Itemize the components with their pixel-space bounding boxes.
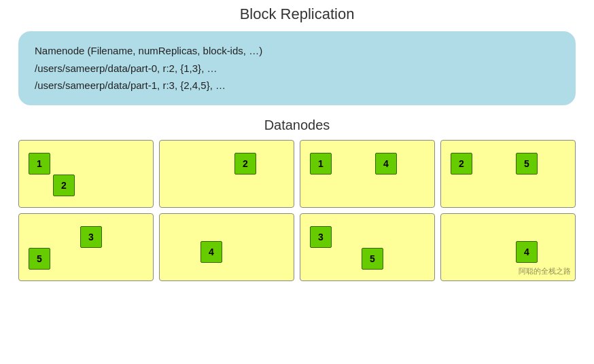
datanode-cell-6: 4 xyxy=(159,213,294,281)
block-badge-dn-3-1: 4 xyxy=(375,153,397,175)
datanode-cell-2: 2 xyxy=(159,140,294,208)
datanode-cell-5: 53 xyxy=(18,213,154,281)
block-badge-dn-7-1: 5 xyxy=(362,248,383,270)
block-badge-dn-2-0: 2 xyxy=(234,153,256,175)
block-badge-dn-4-1: 5 xyxy=(516,153,538,175)
block-badge-dn-4-0: 2 xyxy=(451,153,472,175)
block-badge-dn-1-1: 2 xyxy=(53,175,75,196)
datanodes-label: Datanodes xyxy=(264,117,330,133)
block-badge-dn-8-0: 4 xyxy=(516,241,538,263)
namenode-line3: /users/sameerp/data/part-1, r:3, {2,4,5}… xyxy=(35,77,559,94)
block-badge-dn-6-0: 4 xyxy=(200,241,222,263)
block-badge-dn-5-0: 5 xyxy=(29,248,50,270)
datanode-cell-8: 4阿聪的全栈之路 xyxy=(440,213,576,281)
page-title: Block Replication xyxy=(240,5,355,23)
namenode-line2: /users/sameerp/data/part-0, r:2, {1,3}, … xyxy=(35,60,559,77)
namenode-line1: Namenode (Filename, numReplicas, block-i… xyxy=(35,42,559,60)
block-badge-dn-7-0: 3 xyxy=(310,226,332,248)
watermark: 阿聪的全栈之路 xyxy=(519,266,571,276)
datanode-cell-4: 25 xyxy=(440,140,576,208)
datanode-cell-3: 14 xyxy=(300,140,435,208)
datanode-cell-1: 12 xyxy=(18,140,154,208)
datanode-cell-7: 35 xyxy=(300,213,435,281)
block-badge-dn-3-0: 1 xyxy=(310,153,332,175)
block-badge-dn-5-1: 3 xyxy=(80,226,102,248)
datanode-grid: 1221425534354阿聪的全栈之路 xyxy=(18,140,576,281)
namenode-box: Namenode (Filename, numReplicas, block-i… xyxy=(18,31,576,105)
block-badge-dn-1-0: 1 xyxy=(29,153,50,175)
